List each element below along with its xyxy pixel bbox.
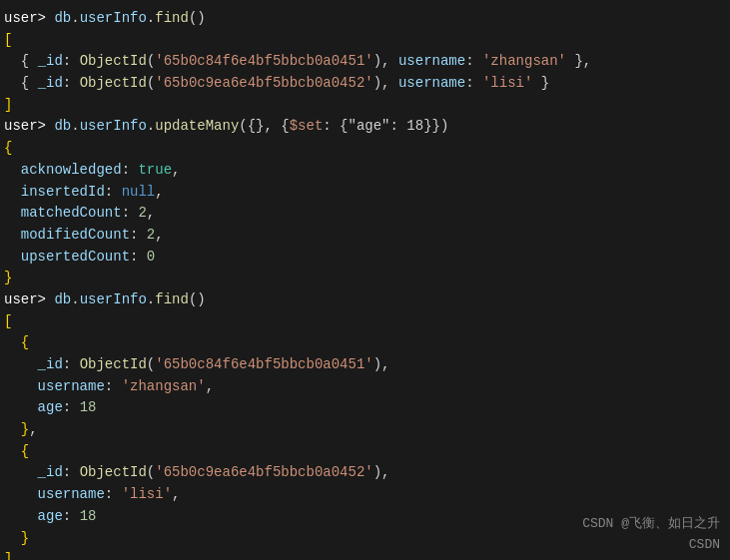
terminal-line: { _id: ObjectId('65b0c84f6e4bf5bbcb0a045…: [4, 51, 726, 73]
terminal-line: [: [4, 30, 726, 52]
prompt: user>: [4, 291, 54, 307]
terminal-line: username: 'zhangsan',: [4, 376, 726, 398]
terminal-line: modifiedCount: 2,: [4, 225, 726, 247]
terminal-line: {: [4, 332, 726, 354]
terminal-line: _id: ObjectId('65b0c9ea6e4bf5bbcb0a0452'…: [4, 462, 726, 484]
terminal-line: acknowledged: true,: [4, 160, 726, 182]
terminal-line: user> db.userInfo.find(): [4, 8, 726, 30]
terminal-line: username: 'lisi',: [4, 484, 726, 506]
watermark: CSDN @飞衡、如日之升: [582, 514, 720, 532]
terminal-line: user> db.userInfo.find(): [4, 289, 726, 311]
terminal-line: upsertedCount: 0: [4, 247, 726, 269]
prompt: user>: [4, 10, 54, 26]
terminal-line: _id: ObjectId('65b0c84f6e4bf5bbcb0a0451'…: [4, 354, 726, 376]
terminal-line: age: 18: [4, 397, 726, 419]
terminal-line: {: [4, 138, 726, 160]
terminal-line: ]: [4, 95, 726, 117]
terminal-line: { _id: ObjectId('65b0c9ea6e4bf5bbcb0a045…: [4, 73, 726, 95]
terminal-line: }: [4, 268, 726, 289]
terminal-line: matchedCount: 2,: [4, 203, 726, 225]
terminal-line: {: [4, 441, 726, 463]
terminal-line: user> db.userInfo.updateMany({}, {$set: …: [4, 116, 726, 138]
terminal-line: },: [4, 419, 726, 441]
terminal-line: ]: [4, 549, 726, 560]
terminal-line: insertedId: null,: [4, 182, 726, 204]
prompt: user>: [4, 118, 54, 134]
terminal-line: [: [4, 311, 726, 333]
terminal-window: user> db.userInfo.find() [ { _id: Object…: [0, 0, 730, 560]
watermark2: CSDN: [689, 537, 720, 552]
